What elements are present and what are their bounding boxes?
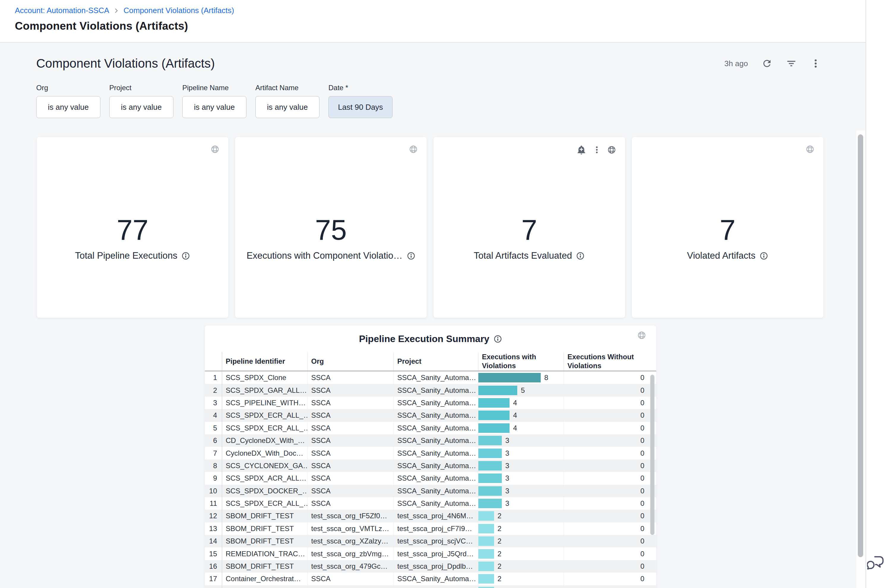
cell-executions-with-violations: 3 bbox=[478, 497, 564, 510]
cell-project: SSCA_Sanity_Automa… bbox=[393, 447, 478, 459]
last-refreshed-label: 3h ago bbox=[724, 59, 748, 68]
filter-group-date: Date *Last 90 Days bbox=[328, 84, 393, 118]
table-row[interactable]: 2SCS_SPDX_GAR_ALL…SSCASSCA_Sanity_Automa… bbox=[205, 384, 656, 396]
kebab-icon[interactable] bbox=[593, 146, 601, 154]
column-header-executions-without-violations[interactable]: Executions Without Violations bbox=[564, 352, 650, 370]
cell-executions-without-violations: 0 bbox=[564, 548, 650, 560]
table-row[interactable]: 11SCS_SPDX_ECR_ALL_…SSCASSCA_Sanity_Auto… bbox=[205, 497, 656, 510]
filter-label-pipeline-name: Pipeline Name bbox=[182, 84, 247, 92]
cell-pipeline-identifier: SCS_SPDX_DOCKER_… bbox=[222, 485, 307, 497]
table-row[interactable]: 5SCS_SPDX_ECR_ALL_…SSCASSCA_Sanity_Autom… bbox=[205, 422, 656, 434]
column-header-org[interactable]: Org bbox=[307, 352, 393, 370]
cell-executions-with-violations: 2 bbox=[478, 560, 564, 573]
filter-label-project: Project bbox=[109, 84, 173, 92]
filter-value-artifact-name[interactable]: is any value bbox=[255, 96, 319, 118]
page-scrollbar-track[interactable] bbox=[856, 130, 865, 588]
cell-executions-with-violations: 3 bbox=[478, 434, 564, 447]
cell-project: SSCA_Sanity_Automa… bbox=[393, 409, 478, 422]
cell-executions-with-violations: 3 bbox=[478, 485, 564, 497]
violation-bar bbox=[478, 524, 494, 533]
info-icon[interactable] bbox=[407, 252, 415, 260]
filter-label-date: Date * bbox=[328, 84, 393, 92]
row-index: 4 bbox=[205, 409, 222, 422]
row-index: 5 bbox=[205, 422, 222, 434]
table-row[interactable]: 3SCS_PIPELINE_WITH…SSCASSCA_Sanity_Autom… bbox=[205, 397, 656, 409]
breadcrumb-current-link[interactable]: Component Violations (Artifacts) bbox=[123, 6, 234, 15]
filter-label-artifact-name: Artifact Name bbox=[255, 84, 319, 92]
stat-label: Total Artifacts Evaluated bbox=[474, 250, 572, 261]
globe-icon[interactable] bbox=[806, 145, 814, 154]
filter-value-org[interactable]: is any value bbox=[36, 96, 100, 118]
table-row[interactable]: 13SBOM_DRIFT_TESTtest_ssca_org_VMTLz…tes… bbox=[205, 522, 656, 535]
stat-tile-3: 7Total Artifacts Evaluated bbox=[433, 137, 625, 318]
table-scrollbar-thumb[interactable] bbox=[650, 375, 654, 535]
stat-label: Total Pipeline Executions bbox=[75, 250, 177, 261]
row-index: 16 bbox=[205, 560, 222, 573]
row-index: 10 bbox=[205, 485, 222, 497]
cell-project: test_ssca_proj_J5Qrd… bbox=[393, 548, 478, 560]
breadcrumb-account-link[interactable]: Account: Automation-SSCA bbox=[15, 6, 109, 15]
cell-executions-with-violations: 4 bbox=[478, 422, 564, 434]
globe-icon[interactable] bbox=[211, 145, 220, 154]
table-row[interactable]: 12SBOM_DRIFT_TESTtest_ssca_org_tF5Zf0…te… bbox=[205, 510, 656, 522]
row-index: 12 bbox=[205, 510, 222, 522]
cell-executions-without-violations: 0 bbox=[564, 384, 650, 396]
stat-label-row: Violated Artifacts bbox=[632, 250, 823, 261]
cell-executions-with-violations: 4 bbox=[478, 397, 564, 409]
cell-executions-with-violations: 3 bbox=[478, 459, 564, 472]
cell-executions-without-violations: 0 bbox=[564, 535, 650, 548]
bell-plus-icon[interactable] bbox=[576, 145, 587, 155]
info-icon[interactable] bbox=[576, 252, 585, 260]
table-row[interactable]: 15REMEDIATION_TRAC…test_ssca_org_zbVmg…t… bbox=[205, 548, 656, 560]
cell-project: SSCA_Sanity_Automa… bbox=[393, 434, 478, 447]
table-row[interactable]: 4SCS_SPDX_ECR_ALL_…SSCASSCA_Sanity_Autom… bbox=[205, 409, 656, 422]
table-row[interactable]: 17Container_Orchestrat…SSCASSCA_Sanity_A… bbox=[205, 573, 656, 585]
dashboard-more-menu-button[interactable] bbox=[810, 58, 821, 69]
table-row[interactable]: 10SCS_SPDX_DOCKER_…SSCASSCA_Sanity_Autom… bbox=[205, 485, 656, 497]
table-row[interactable]: 1SCS_SPDX_CloneSSCASSCA_Sanity_Automa…80 bbox=[205, 371, 656, 384]
row-index: 8 bbox=[205, 459, 222, 472]
table-row[interactable]: 8SCS_CYCLONEDX_GA…SSCASSCA_Sanity_Automa… bbox=[205, 459, 656, 472]
info-icon[interactable] bbox=[760, 252, 768, 260]
column-header-row-number bbox=[205, 352, 222, 370]
refresh-button[interactable] bbox=[762, 58, 772, 69]
cell-pipeline-identifier: REMEDIATION_TRAC… bbox=[222, 548, 307, 560]
table-row[interactable]: 2 bbox=[205, 585, 656, 588]
globe-icon[interactable] bbox=[637, 331, 646, 340]
column-header-project[interactable]: Project bbox=[393, 352, 478, 370]
table-row[interactable]: 6CD_CycloneDX_With_…SSCASSCA_Sanity_Auto… bbox=[205, 434, 656, 447]
table-row[interactable]: 7CycloneDX_With_Doc…SSCASSCA_Sanity_Auto… bbox=[205, 447, 656, 459]
cell-executions-without-violations: 0 bbox=[564, 434, 650, 447]
page-scrollbar-thumb[interactable] bbox=[858, 134, 863, 557]
filter-value-pipeline-name[interactable]: is any value bbox=[182, 96, 247, 118]
dashboard-filters-button[interactable] bbox=[786, 58, 797, 69]
violation-bar bbox=[478, 587, 494, 588]
cell-org: test_ssca_org_VMTLz… bbox=[307, 522, 393, 535]
cell-pipeline-identifier: SCS_SPDX_ECR_ALL_… bbox=[222, 497, 307, 510]
stat-label-row: Executions with Component Violatio… bbox=[235, 250, 427, 261]
violation-bar bbox=[478, 411, 510, 420]
violation-bar bbox=[478, 562, 494, 571]
row-index bbox=[205, 585, 222, 588]
info-icon[interactable] bbox=[493, 334, 502, 343]
info-icon[interactable] bbox=[181, 252, 190, 260]
globe-icon[interactable] bbox=[409, 145, 418, 154]
violation-bar-value: 2 bbox=[498, 537, 501, 545]
cell-org: SSCA bbox=[307, 447, 393, 459]
cell-pipeline-identifier: CD_CycloneDX_With_… bbox=[222, 434, 307, 447]
violation-bar-value: 4 bbox=[513, 411, 517, 420]
cell-executions-with-violations: 2 bbox=[478, 573, 564, 585]
chat-widget-button[interactable] bbox=[867, 554, 885, 572]
violation-bar bbox=[478, 461, 502, 471]
column-header-pipeline-identifier[interactable]: Pipeline Identifier bbox=[222, 357, 307, 366]
cell-executions-without-violations: 0 bbox=[564, 397, 650, 409]
column-header-executions-with-violations[interactable]: Executions with Violations bbox=[478, 352, 564, 370]
cell-org: test_ssca_org_479Gc… bbox=[307, 560, 393, 573]
filter-value-date[interactable]: Last 90 Days bbox=[328, 96, 393, 118]
filter-value-project[interactable]: is any value bbox=[109, 96, 173, 118]
globe-icon[interactable] bbox=[607, 146, 616, 154]
table-row[interactable]: 14SBOM_DRIFT_TESTtest_ssca_org_XZalzy…te… bbox=[205, 535, 656, 548]
table-row[interactable]: 9SCS_SPDX_ACR_ALL…SSCASSCA_Sanity_Automa… bbox=[205, 472, 656, 484]
stat-value: 77 bbox=[37, 214, 228, 246]
table-row[interactable]: 16SBOM_DRIFT_TESTtest_ssca_org_479Gc…tes… bbox=[205, 560, 656, 573]
